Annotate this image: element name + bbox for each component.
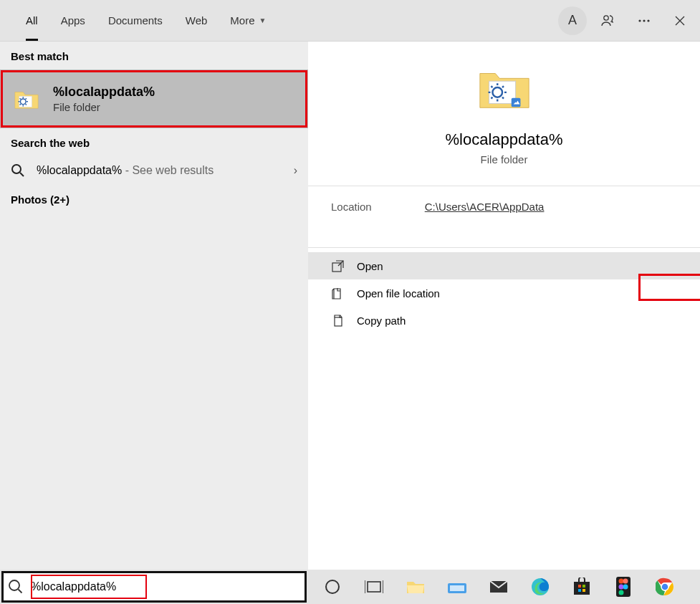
tab-more-label: More — [230, 14, 254, 27]
taskbar-icons — [308, 570, 700, 604]
cortana-icon[interactable] — [322, 577, 342, 597]
svg-rect-9 — [511, 98, 520, 107]
user-avatar[interactable]: A — [558, 6, 587, 35]
web-suffix: - See web results — [122, 164, 214, 176]
task-view-icon[interactable] — [364, 577, 384, 597]
action-copy-path[interactable]: Copy path — [308, 307, 700, 334]
best-match-subtitle: File folder — [53, 101, 155, 113]
results-panel: Best match %localappdata% File folder Se… — [0, 42, 308, 570]
svg-point-1 — [638, 19, 641, 21]
svg-point-12 — [9, 580, 19, 590]
photos-result[interactable]: Photos (2+) — [0, 185, 308, 214]
microsoft-store-icon[interactable] — [572, 577, 592, 597]
copy-icon — [331, 314, 344, 327]
svg-point-6 — [12, 165, 21, 173]
svg-point-13 — [326, 580, 339, 593]
search-web-label: Search the web — [0, 128, 308, 156]
search-input[interactable] — [31, 573, 299, 600]
svg-point-3 — [647, 19, 649, 21]
action-list: Open Open file location Copy path — [308, 252, 700, 334]
tab-more[interactable]: More ▼ — [219, 0, 277, 41]
svg-point-0 — [604, 15, 608, 19]
search-tabs-bar: All Apps Documents Web More ▼ A — [0, 0, 700, 42]
tab-web[interactable]: Web — [174, 0, 219, 41]
svg-point-24 — [619, 579, 624, 584]
preview-header: %localappdata% File folder — [308, 42, 700, 166]
search-icon — [11, 163, 25, 178]
preview-subtitle: File folder — [322, 153, 686, 166]
preview-title: %localappdata% — [322, 130, 686, 149]
main-content: Best match %localappdata% File folder Se… — [0, 42, 700, 570]
svg-point-28 — [619, 590, 624, 595]
chevron-down-icon: ▼ — [259, 16, 267, 24]
keyboard-icon[interactable] — [447, 577, 467, 597]
svg-rect-14 — [368, 582, 380, 592]
web-search-result[interactable]: %localappdata% - See web results › — [0, 156, 308, 185]
location-row: Location C:\Users\ACER\AppData — [308, 186, 700, 227]
location-label: Location — [331, 201, 372, 213]
open-icon — [331, 259, 344, 272]
best-match-result[interactable]: %localappdata% File folder — [0, 69, 308, 128]
search-box-container — [0, 570, 308, 604]
tab-all[interactable]: All — [14, 0, 49, 41]
folder-large-icon — [476, 63, 532, 113]
figma-icon[interactable] — [613, 577, 633, 597]
more-options-icon[interactable] — [630, 6, 658, 35]
svg-rect-18 — [574, 582, 590, 595]
tab-documents[interactable]: Documents — [97, 0, 174, 41]
action-open[interactable]: Open — [308, 252, 700, 279]
folder-open-icon — [331, 287, 344, 299]
taskbar — [0, 570, 700, 604]
action-open-file-location-label: Open file location — [357, 287, 440, 299]
svg-point-26 — [619, 585, 624, 590]
action-copy-path-label: Copy path — [357, 315, 406, 327]
mail-icon[interactable] — [489, 577, 509, 597]
action-open-file-location[interactable]: Open file location — [308, 279, 700, 307]
location-path[interactable]: C:\Users\ACER\AppData — [425, 201, 545, 213]
svg-rect-22 — [582, 589, 585, 592]
chevron-right-icon: › — [294, 164, 297, 177]
feedback-icon[interactable] — [594, 6, 623, 35]
best-match-label: Best match — [0, 42, 308, 69]
tab-apps[interactable]: Apps — [49, 0, 97, 41]
best-match-text: %localappdata% File folder — [53, 85, 155, 113]
best-match-title: %localappdata% — [53, 85, 155, 100]
search-icon — [8, 579, 24, 595]
chrome-icon[interactable] — [655, 577, 675, 597]
svg-point-25 — [623, 579, 628, 584]
search-box[interactable] — [1, 571, 307, 603]
preview-panel: %localappdata% File folder Location C:\U… — [308, 42, 700, 570]
folder-icon — [13, 85, 40, 112]
divider — [308, 247, 700, 248]
svg-point-2 — [643, 19, 645, 21]
svg-point-27 — [623, 585, 628, 590]
top-right-controls: A — [558, 6, 694, 35]
close-icon[interactable] — [666, 6, 694, 35]
svg-rect-19 — [578, 585, 581, 588]
svg-rect-21 — [578, 589, 581, 592]
web-result-text: %localappdata% - See web results — [37, 164, 282, 177]
action-open-label: Open — [357, 260, 383, 272]
edge-icon[interactable] — [530, 577, 550, 597]
file-explorer-icon[interactable] — [406, 577, 426, 597]
svg-rect-16 — [450, 585, 464, 591]
svg-rect-11 — [335, 317, 342, 326]
svg-rect-20 — [582, 585, 585, 588]
filter-tabs: All Apps Documents Web More ▼ — [14, 0, 277, 41]
web-query: %localappdata% — [37, 164, 122, 176]
